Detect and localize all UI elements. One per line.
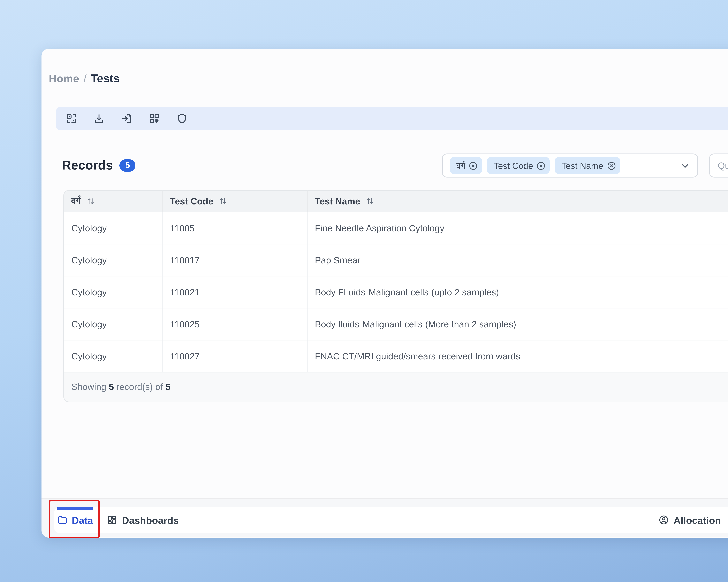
cell-test-name: Pap Smear [307,244,728,276]
chip-remove-icon[interactable] [606,161,616,171]
table-row[interactable]: Cytology 110027 FNAC CT/MRI guided/smear… [64,340,728,372]
cell-test-name: FNAC CT/MRI guided/smears received from … [307,340,728,372]
column-header-test-code[interactable]: Test Code [162,191,307,212]
cell-test-name: Body fluids-Malignant cells (More than 2… [307,308,728,340]
qr-scan-icon[interactable] [66,113,77,124]
records-title: Records [62,158,113,173]
nav-item-label: Allocation [674,515,721,526]
column-label: Test Name [315,196,360,206]
nav-tab-dashboards[interactable]: Dashboards [106,507,179,533]
breadcrumb-home-link[interactable]: Home [49,72,79,84]
records-count-badge: 5 [120,159,136,172]
nav-tab-label: Dashboards [122,515,179,526]
filter-chip-label: वर्ग [457,161,465,171]
cell-test-code: 110017 [162,244,307,276]
cell-category: Cytology [64,276,162,308]
quick-search-select[interactable]: Quick search [709,154,728,177]
cell-test-name: Body FLuids-Malignant cells (upto 2 samp… [307,276,728,308]
records-table: वर्ग Test Code Test Name Please Cho [63,190,728,402]
nav-tab-data[interactable]: Data [54,507,96,533]
allocation-icon [658,515,669,526]
cell-category: Cytology [64,212,162,244]
column-label: वर्ग [71,196,80,206]
chip-remove-icon[interactable] [536,161,546,171]
quick-search-placeholder: Quick search [718,161,728,171]
chip-remove-icon[interactable] [468,161,478,171]
cell-test-code: 11005 [162,212,307,244]
column-label: Test Code [170,196,213,206]
cell-test-code: 110025 [162,308,307,340]
sort-icon[interactable] [365,196,375,206]
download-icon[interactable] [93,113,105,124]
folder-icon [57,515,68,526]
filter-chip: Test Name [555,157,620,174]
cell-category: Cytology [64,244,162,276]
records-heading: Records 5 [62,158,136,173]
filter-chip: वर्ग [450,157,482,174]
cell-test-name: Fine Needle Aspiration Cytology [307,212,728,244]
table-row[interactable]: Cytology 11005 Fine Needle Aspiration Cy… [64,212,728,244]
table-row[interactable]: Cytology 110021 Body FLuids-Malignant ce… [64,276,728,308]
cell-test-code: 110021 [162,276,307,308]
cell-category: Cytology [64,340,162,372]
bottom-nav-strip: Data Dashboards [42,498,728,537]
bulk-grid-icon[interactable] [149,113,160,124]
cell-test-code: 110027 [162,340,307,372]
filter-chip-label: Test Code [494,161,533,171]
column-header-test-name[interactable]: Test Name [307,191,728,212]
toolbar [56,107,728,130]
breadcrumb-separator: / [83,72,86,84]
shield-icon[interactable] [176,113,188,124]
sort-icon[interactable] [218,196,228,206]
column-filter-select[interactable]: वर्ग Test Code Test Name [442,154,698,177]
nav-item-allocation[interactable]: Allocation [658,515,721,526]
table-header-row: वर्ग Test Code Test Name Please Cho [64,191,728,212]
import-file-icon[interactable] [121,113,132,124]
table-row[interactable]: Cytology 110025 Body fluids-Malignant ce… [64,308,728,340]
column-header-category[interactable]: वर्ग [64,191,162,212]
table-summary-row: Showing 5 record(s) of 5 [64,372,728,402]
breadcrumb: Home / Tests [49,72,120,85]
table-row[interactable]: Cytology 110017 Pap Smear ANA Template [64,244,728,276]
sort-icon[interactable] [86,196,95,206]
active-tab-indicator [57,507,93,510]
bottom-nav-dock: Data Dashboards [54,507,728,533]
cell-category: Cytology [64,308,162,340]
filter-chip: Test Code [487,157,550,174]
page-title: Tests [91,72,120,85]
records-summary: Showing 5 record(s) of 5 [64,372,728,402]
nav-tab-label: Data [72,515,93,526]
app-card: Home / Tests AB [42,49,728,537]
page-background: Home / Tests AB [0,0,728,582]
filter-chip-label: Test Name [562,161,603,171]
dashboards-icon [106,515,118,526]
chevron-down-icon [680,161,690,171]
